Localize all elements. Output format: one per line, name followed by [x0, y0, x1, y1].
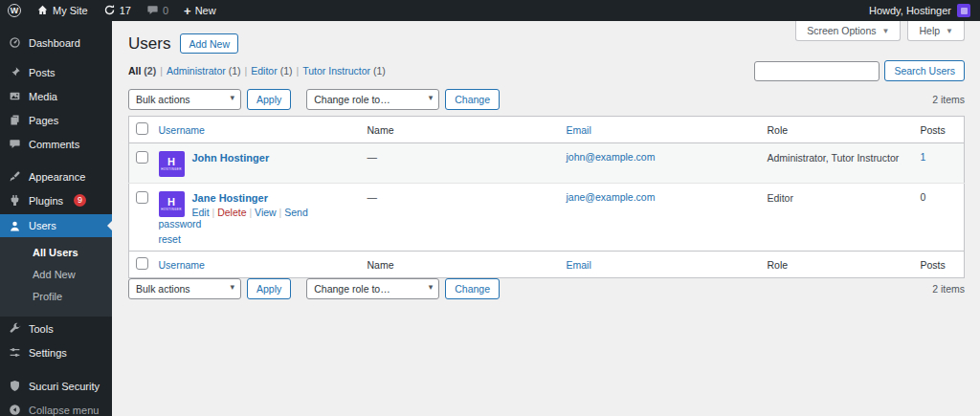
new-content-link[interactable]: + New: [176, 0, 224, 21]
chevron-down-icon: ▼: [882, 27, 890, 35]
username-link[interactable]: John Hostinger: [192, 151, 270, 164]
users-submenu: All Users Add New Profile: [0, 237, 112, 317]
search-users-input[interactable]: [754, 61, 880, 81]
avatar: HHOSTINGER: [159, 191, 185, 217]
row-actions: Edit | Delete | View | Send passwordrese…: [159, 207, 354, 245]
comments-count: 0: [163, 5, 168, 16]
view-tutor-instructor[interactable]: Tutor Instructor: [302, 65, 370, 77]
items-count: 2 items: [932, 94, 965, 105]
comment-icon: [9, 138, 21, 150]
main-content: Screen Options ▼ Help ▼ Users Add New Al…: [112, 21, 980, 416]
column-header-email: Email: [560, 117, 761, 143]
user-role-views: All (2)|Administrator (1)|Editor (1)|Tut…: [128, 54, 386, 77]
posts-count-link[interactable]: 1: [921, 151, 926, 163]
table-footer-row: Username Name Email Role Posts: [129, 252, 965, 278]
dashboard-icon: [9, 36, 21, 49]
plug-icon: [9, 194, 21, 207]
view-all[interactable]: All (2): [128, 65, 156, 77]
add-new-user-button[interactable]: Add New: [180, 33, 238, 54]
wrench-icon: [9, 322, 21, 335]
submenu-profile[interactable]: Profile: [0, 286, 112, 308]
row-checkbox[interactable]: [136, 151, 148, 164]
role-cell: Administrator, Tutor Instructor: [761, 143, 914, 184]
apply-button[interactable]: Apply: [247, 89, 291, 110]
email-link[interactable]: john@example.com: [567, 151, 656, 163]
admin-sidebar: Dashboard Posts Media Pages Comments App…: [0, 21, 112, 416]
sidebar-item-users[interactable]: Users: [0, 214, 112, 237]
row-checkbox[interactable]: [136, 191, 148, 204]
screen-options-tab[interactable]: Screen Options ▼: [795, 21, 901, 41]
help-tab[interactable]: Help ▼: [907, 21, 965, 41]
table-row: HHOSTINGER Jane Hostinger Edit | Delete …: [129, 184, 965, 252]
column-header-name: Name: [361, 117, 560, 143]
submenu-all-users[interactable]: All Users: [0, 242, 112, 264]
view-administrator[interactable]: Administrator: [167, 65, 226, 77]
username-link[interactable]: Jane Hostinger: [192, 191, 268, 204]
plus-icon: +: [184, 5, 191, 17]
items-count: 2 items: [932, 283, 965, 295]
change-button[interactable]: Change: [445, 278, 500, 299]
sidebar-item-settings[interactable]: Settings: [0, 340, 112, 364]
sidebar-item-comments[interactable]: Comments: [0, 132, 112, 156]
sidebar-item-pages[interactable]: Pages: [0, 108, 112, 132]
column-footer-posts: Posts: [914, 252, 965, 278]
column-footer-role: Role: [761, 252, 914, 278]
collapse-icon: [9, 404, 21, 416]
column-footer-username: Username: [152, 252, 361, 278]
select-all-checkbox[interactable]: [136, 122, 148, 135]
sidebar-item-appearance[interactable]: Appearance: [0, 164, 112, 188]
updates-link[interactable]: 17: [96, 0, 139, 21]
comment-bubble-icon: [146, 4, 159, 18]
column-header-posts: Posts: [914, 117, 965, 143]
sidebar-item-collapse-menu[interactable]: Collapse menu: [0, 398, 112, 416]
apply-button[interactable]: Apply: [247, 278, 291, 299]
column-footer-name: Name: [361, 252, 560, 278]
chevron-down-icon: ▼: [946, 27, 953, 35]
admin-bar: W My Site 17 0 + New Howdy, Hostinger: [0, 0, 980, 21]
my-site-link[interactable]: My Site: [29, 0, 96, 21]
select-all-checkbox[interactable]: [136, 257, 148, 270]
role-cell: Editor: [761, 184, 914, 252]
submenu-add-new[interactable]: Add New: [0, 264, 112, 286]
wordpress-logo-icon: W: [8, 4, 21, 17]
view-action[interactable]: View: [255, 207, 277, 218]
name-cell: —: [361, 184, 560, 252]
account-menu[interactable]: Howdy, Hostinger: [869, 4, 980, 17]
page-title: Users: [128, 34, 170, 54]
view-editor[interactable]: Editor: [251, 65, 277, 77]
change-button[interactable]: Change: [445, 89, 500, 110]
sidebar-item-media[interactable]: Media: [0, 84, 112, 108]
howdy-text: Howdy, Hostinger: [869, 5, 951, 16]
posts-count: 0: [914, 184, 965, 252]
my-site-label: My Site: [53, 5, 88, 16]
sidebar-item-plugins[interactable]: Plugins 9: [0, 188, 112, 212]
sidebar-item-dashboard[interactable]: Dashboard: [0, 31, 112, 55]
table-header-row: Username Name Email Role Posts: [129, 117, 965, 143]
wordpress-menu[interactable]: W: [0, 0, 29, 21]
bulk-actions-select[interactable]: Bulk actions: [128, 89, 241, 110]
updates-icon: [103, 4, 116, 18]
users-icon: [9, 220, 21, 232]
avatar: HHOSTINGER: [159, 151, 185, 177]
shield-icon: [9, 380, 21, 392]
media-icon: [9, 90, 21, 102]
pages-icon: [9, 114, 21, 126]
bulk-actions-select[interactable]: Bulk actions: [128, 278, 241, 299]
name-cell: —: [361, 143, 560, 184]
new-label: New: [195, 5, 216, 16]
change-role-select[interactable]: Change role to…: [306, 89, 439, 110]
change-role-select[interactable]: Change role to…: [306, 278, 439, 299]
brush-icon: [9, 170, 21, 183]
edit-action[interactable]: Edit: [192, 207, 210, 218]
sidebar-item-sucuri-security[interactable]: Sucuri Security: [0, 374, 112, 398]
email-link[interactable]: jane@example.com: [567, 191, 656, 203]
table-row: HHOSTINGER John Hostinger — john@example…: [129, 143, 965, 184]
sidebar-item-tools[interactable]: Tools: [0, 317, 112, 340]
sidebar-item-posts[interactable]: Posts: [0, 60, 112, 84]
search-users-button[interactable]: Search Users: [884, 60, 965, 81]
user-avatar: [957, 4, 970, 17]
column-header-username: Username: [152, 117, 361, 143]
home-icon: [36, 4, 49, 18]
comments-link[interactable]: 0: [139, 0, 176, 21]
delete-action[interactable]: Delete: [217, 207, 246, 218]
